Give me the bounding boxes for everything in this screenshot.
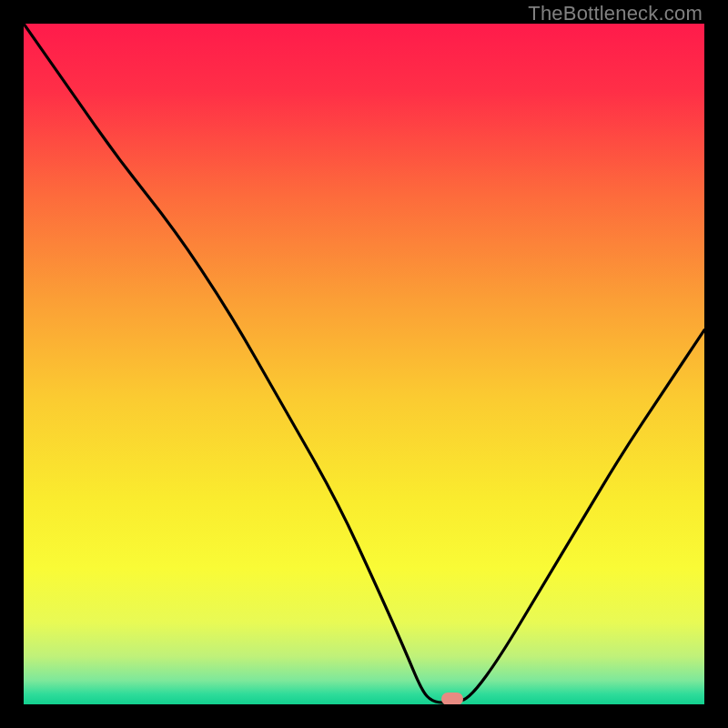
chart-frame: TheBottleneck.com: [0, 0, 728, 728]
bottleneck-curve: [24, 24, 704, 704]
optimal-marker: [441, 693, 463, 704]
plot-area: [24, 24, 704, 704]
watermark-text: TheBottleneck.com: [528, 2, 703, 25]
